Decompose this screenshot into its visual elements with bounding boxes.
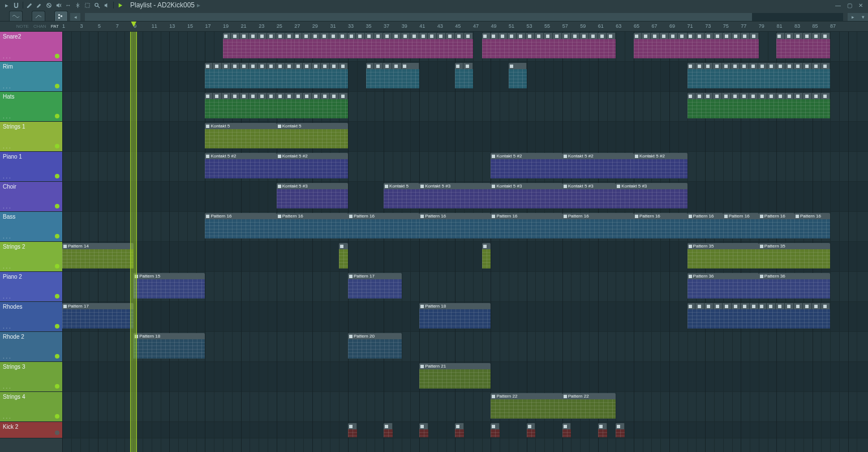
- track-header-strings-2[interactable]: Strings 2. . .: [0, 242, 62, 272]
- tab-wave[interactable]: [9, 11, 23, 21]
- clip[interactable]: [562, 423, 571, 437]
- clip[interactable]: [402, 63, 420, 88]
- clip[interactable]: Pattern 17: [348, 273, 402, 299]
- clip[interactable]: Kontakt 5: [277, 123, 348, 148]
- track-mute-toggle[interactable]: [55, 430, 59, 435]
- tab-pattern[interactable]: [54, 11, 68, 21]
- bar-ruler[interactable]: 1357911131517192123252729313335373941434…: [62, 22, 868, 32]
- track-header-choir[interactable]: Choir. . .: [0, 182, 62, 212]
- clip[interactable]: [687, 93, 830, 118]
- clip[interactable]: Pattern 35: [759, 243, 830, 268]
- track-mute-toggle[interactable]: [55, 234, 59, 238]
- slice-icon[interactable]: [74, 1, 82, 10]
- clip[interactable]: [509, 63, 527, 88]
- clip[interactable]: Kontakt 5 #2: [491, 153, 562, 178]
- track-header-rhodes[interactable]: Rhodes. . .: [0, 302, 62, 332]
- clip[interactable]: [339, 243, 348, 268]
- track-options[interactable]: . . .: [3, 203, 11, 210]
- track-options[interactable]: . . .: [3, 113, 11, 120]
- track-options[interactable]: . . .: [3, 263, 11, 270]
- scroll-left-button[interactable]: ◂: [70, 13, 80, 21]
- track-options[interactable]: . . .: [3, 83, 11, 89]
- clip[interactable]: Pattern 20: [348, 333, 402, 359]
- track-options[interactable]: . . .: [3, 143, 11, 150]
- clip[interactable]: Pattern 16: [759, 213, 794, 238]
- clip[interactable]: Kontakt 5 #2: [277, 153, 348, 178]
- clip[interactable]: Kontakt 5 #3: [277, 183, 348, 208]
- clip[interactable]: Kontakt 5 #3: [562, 183, 616, 208]
- clip[interactable]: Pattern 16: [634, 213, 687, 238]
- track-header-hats[interactable]: Hats. . .: [0, 92, 62, 122]
- clip[interactable]: Pattern 22: [491, 393, 562, 419]
- mute-icon[interactable]: [54, 1, 63, 10]
- clip[interactable]: Kontakt 5 #3: [419, 183, 491, 208]
- delete-icon[interactable]: [45, 1, 53, 10]
- clip[interactable]: Kontakt 5 #2: [205, 153, 276, 178]
- title-arrow-icon[interactable]: ▸: [197, 1, 200, 9]
- track-mute-toggle[interactable]: [55, 144, 59, 148]
- scroll-menu-button[interactable]: ▾: [858, 13, 868, 21]
- clip[interactable]: [687, 303, 759, 329]
- clip[interactable]: [616, 423, 625, 437]
- clip[interactable]: [759, 303, 830, 329]
- track-lane[interactable]: [62, 392, 868, 422]
- clip[interactable]: [491, 33, 616, 58]
- track-mute-toggle[interactable]: [55, 414, 59, 419]
- clip[interactable]: Kontakt 5 #3: [491, 183, 562, 208]
- clip[interactable]: Pattern 18: [419, 303, 491, 329]
- clip[interactable]: Pattern 22: [562, 393, 616, 419]
- clip[interactable]: [776, 33, 830, 58]
- clip[interactable]: Pattern 16: [277, 213, 348, 238]
- clip[interactable]: [205, 63, 347, 88]
- track-mute-toggle[interactable]: [55, 264, 59, 268]
- clip[interactable]: [491, 423, 500, 437]
- clip[interactable]: Pattern 16: [419, 213, 491, 238]
- track-header-strings-4[interactable]: Strings 4. . .: [0, 392, 62, 422]
- clip[interactable]: Pattern 16: [794, 213, 830, 238]
- clip[interactable]: [598, 423, 607, 437]
- track-lane[interactable]: [62, 122, 868, 152]
- clip[interactable]: [687, 33, 759, 58]
- clip[interactable]: [205, 93, 347, 118]
- track-mute-toggle[interactable]: [55, 354, 59, 359]
- track-header-rim[interactable]: Rim. . .: [0, 62, 62, 92]
- clip[interactable]: Pattern 16: [562, 213, 634, 238]
- clip[interactable]: [294, 33, 473, 58]
- clip[interactable]: Kontakt 5 #2: [562, 153, 634, 178]
- track-options[interactable]: . . .: [3, 173, 11, 180]
- clip[interactable]: Pattern 16: [687, 213, 723, 238]
- maximize-button[interactable]: ▢: [844, 1, 854, 9]
- play-icon[interactable]: [116, 1, 124, 10]
- track-options[interactable]: . . .: [3, 293, 11, 300]
- track-options[interactable]: . . .: [3, 383, 11, 390]
- magnet-icon[interactable]: [12, 1, 20, 10]
- clip[interactable]: Pattern 36: [687, 273, 759, 299]
- slip-icon[interactable]: ↔: [64, 1, 72, 10]
- clip[interactable]: Kontakt 5 #3: [616, 183, 687, 208]
- track-mute-toggle[interactable]: [55, 324, 59, 329]
- h-scrollbar[interactable]: [85, 13, 843, 21]
- track-options[interactable]: . . .: [3, 323, 11, 330]
- track-options[interactable]: . . .: [3, 53, 11, 59]
- clip[interactable]: [384, 423, 393, 437]
- track-lane[interactable]: [62, 422, 868, 438]
- track-mute-toggle[interactable]: [55, 84, 59, 88]
- clip[interactable]: Pattern 15: [134, 273, 205, 299]
- clip[interactable]: Pattern 21: [419, 363, 491, 389]
- track-lane[interactable]: [62, 152, 868, 182]
- clip[interactable]: [634, 33, 687, 58]
- clip[interactable]: [419, 423, 428, 437]
- track-options[interactable]: . . .: [3, 413, 11, 420]
- clip[interactable]: [455, 63, 473, 88]
- close-button[interactable]: ✕: [856, 1, 866, 9]
- clip[interactable]: Pattern 36: [759, 273, 830, 299]
- tab-automation[interactable]: [32, 11, 45, 21]
- clip[interactable]: [348, 423, 357, 437]
- playback-icon[interactable]: [102, 1, 111, 10]
- clip[interactable]: [482, 243, 491, 268]
- clip[interactable]: [455, 423, 464, 437]
- timeline-area[interactable]: Kontakt 5Kontakt 5Kontakt 5 #2Kontakt 5 …: [62, 32, 868, 452]
- track-header-snare2[interactable]: Snare2. . .: [0, 32, 62, 62]
- clip[interactable]: [482, 33, 491, 58]
- track-header-rhode-2[interactable]: Rhode 2. . .: [0, 332, 62, 362]
